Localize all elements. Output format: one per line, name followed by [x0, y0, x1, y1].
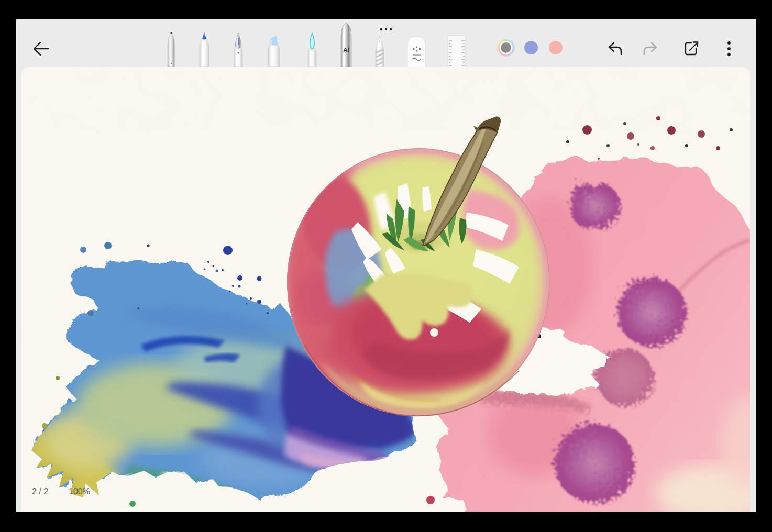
svg-text:AI: AI: [343, 47, 349, 54]
